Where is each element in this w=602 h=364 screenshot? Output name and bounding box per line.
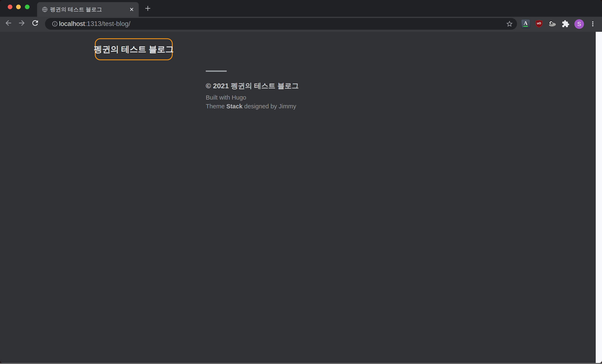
url-text[interactable]: localhost:1313/test-blog/ xyxy=(59,18,130,30)
mouse-eye-icon xyxy=(548,19,557,29)
footer-built-with: Built with Hugo xyxy=(206,94,246,101)
theme-name: Stack xyxy=(226,103,242,110)
page-content: 펭귄의 테스트 블로그 © 2021 펭귄의 테스트 블로그 Built wit… xyxy=(0,32,602,363)
tab-strip: 펭귄의 테스트 블로그 xyxy=(0,0,602,17)
footer-copyright: © 2021 펭귄의 테스트 블로그 xyxy=(206,81,299,91)
info-icon[interactable] xyxy=(52,21,58,27)
close-tab-icon[interactable] xyxy=(128,6,135,13)
theme-suffix: designed by Jimmy xyxy=(243,103,296,110)
extensions-menu-button[interactable] xyxy=(560,19,570,29)
dictionary-book-icon: A xyxy=(521,19,530,29)
new-tab-plus-icon[interactable] xyxy=(143,3,153,13)
mouse-extension-button[interactable] xyxy=(547,19,557,29)
site-title-link[interactable]: 펭귄의 테스트 블로그 xyxy=(95,38,173,60)
star-outline-icon[interactable] xyxy=(505,19,514,29)
tab-title: 펭귄의 테스트 블로그 xyxy=(50,2,125,17)
theme-prefix: Theme xyxy=(206,103,226,110)
url-path: :1313/test-blog/ xyxy=(85,20,130,28)
browser-window: 펭귄의 테스트 블로그 xyxy=(0,0,602,363)
ublock-label: uO xyxy=(537,21,541,25)
forward-arrow-icon[interactable] xyxy=(17,18,26,28)
address-bar[interactable]: localhost:1313/test-blog/ xyxy=(45,18,517,30)
close-window-button[interactable] xyxy=(8,5,12,9)
kebab-menu-icon[interactable] xyxy=(588,19,597,29)
desktop-edge xyxy=(0,363,602,364)
page-scrollbar[interactable] xyxy=(596,32,602,363)
profile-avatar[interactable]: S xyxy=(574,19,584,29)
minimize-window-button[interactable] xyxy=(16,5,21,9)
site-title: 펭귄의 테스트 블로그 xyxy=(94,43,174,55)
ublock-shield-icon: uO xyxy=(535,20,543,28)
zoom-window-button[interactable] xyxy=(25,5,30,9)
ublock-extension-button[interactable]: uO xyxy=(534,19,544,29)
browser-toolbar: localhost:1313/test-blog/ A uO xyxy=(0,17,602,32)
browser-tab[interactable]: 펭귄의 테스트 블로그 xyxy=(37,2,139,17)
puzzle-piece-icon xyxy=(562,20,570,28)
dictionary-extension-button[interactable]: A xyxy=(521,19,531,29)
reload-icon[interactable] xyxy=(31,18,40,28)
url-host: localhost xyxy=(59,20,85,28)
footer-divider xyxy=(206,71,227,72)
dictionary-letter: A xyxy=(524,20,528,26)
profile-initial: S xyxy=(577,21,581,27)
back-arrow-icon[interactable] xyxy=(4,18,13,28)
globe-icon xyxy=(42,6,48,12)
footer-theme-credit: Theme Stack designed by Jimmy xyxy=(206,103,296,110)
